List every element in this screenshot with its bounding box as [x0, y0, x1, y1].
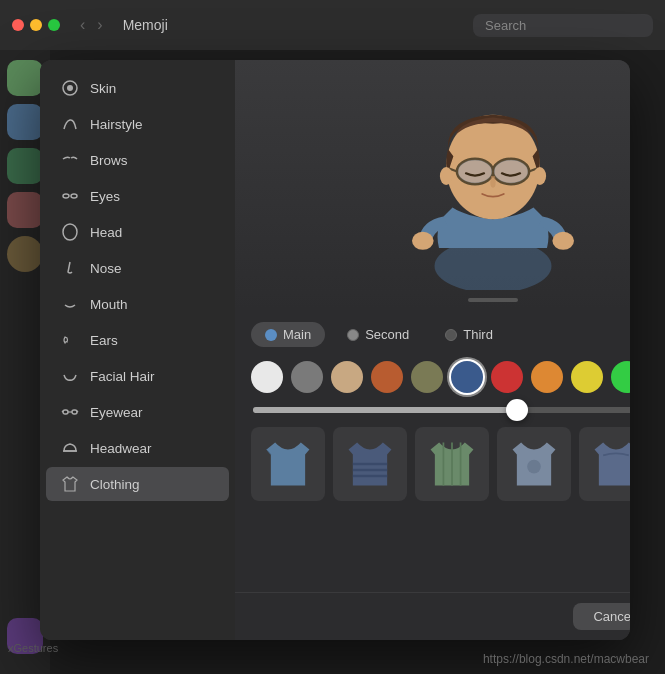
selector-area: Main Second Third	[235, 310, 630, 592]
svg-rect-6	[72, 410, 77, 414]
clothing-icon	[60, 474, 80, 494]
sidebar-item-mouth[interactable]: Mouth	[46, 287, 229, 321]
clothing-option-2[interactable]	[333, 427, 407, 501]
tab-third[interactable]: Third	[431, 322, 507, 347]
cancel-button[interactable]: Cancel	[573, 603, 630, 630]
sidebar-item-eyewear[interactable]: Eyewear	[46, 395, 229, 429]
svg-point-9	[552, 232, 574, 250]
ears-icon	[60, 330, 80, 350]
clothing-option-1[interactable]	[251, 427, 325, 501]
clothing-thumbnails	[251, 427, 630, 501]
sidebar-label-ears: Ears	[90, 333, 118, 348]
third-tab-dot	[445, 329, 457, 341]
bg-app-icon-3	[7, 148, 43, 184]
slider-fill	[253, 407, 517, 413]
slider-container[interactable]	[251, 407, 630, 413]
search-bar[interactable]: Search	[473, 14, 653, 37]
swatch-olive[interactable]	[411, 361, 443, 393]
sidebar-label-clothing: Clothing	[90, 477, 140, 492]
sidebar-item-hairstyle[interactable]: Hairstyle	[46, 107, 229, 141]
svg-point-3	[71, 194, 77, 198]
main-tab-dot	[265, 329, 277, 341]
svg-point-8	[412, 232, 434, 250]
bg-app-icon-5	[7, 236, 43, 272]
bg-app-icon-4	[7, 192, 43, 228]
tab-second[interactable]: Second	[333, 322, 423, 347]
head-icon	[60, 222, 80, 242]
sidebar-item-nose[interactable]: Nose	[46, 251, 229, 285]
swatch-white[interactable]	[251, 361, 283, 393]
modal-footer: Cancel Done	[235, 592, 630, 640]
color-swatches	[251, 361, 630, 393]
svg-point-14	[458, 160, 492, 183]
sidebar-label-facial-hair: Facial Hair	[90, 369, 155, 384]
swatch-green[interactable]	[611, 361, 630, 393]
svg-point-21	[527, 460, 541, 474]
clothing-option-4[interactable]	[497, 427, 571, 501]
bg-app-label: xGestures	[8, 642, 58, 654]
sidebar-label-eyes: Eyes	[90, 189, 120, 204]
tab-second-label: Second	[365, 327, 409, 342]
svg-point-2	[63, 194, 69, 198]
sidebar-item-facial-hair[interactable]: Facial Hair	[46, 359, 229, 393]
sidebar-label-eyewear: Eyewear	[90, 405, 143, 420]
swatch-yellow[interactable]	[571, 361, 603, 393]
sidebar-label-brows: Brows	[90, 153, 128, 168]
sidebar-item-head[interactable]: Head	[46, 215, 229, 249]
avatar-svg	[403, 80, 583, 290]
svg-point-17	[534, 167, 547, 185]
tab-main[interactable]: Main	[251, 322, 325, 347]
eyes-icon	[60, 186, 80, 206]
sidebar-item-clothing[interactable]: Clothing	[46, 467, 229, 501]
sidebar-item-skin[interactable]: Skin	[46, 71, 229, 105]
traffic-lights	[12, 19, 60, 31]
clothing-option-3[interactable]	[415, 427, 489, 501]
title-bar: ‹ › Memoji Search	[0, 0, 665, 50]
back-arrow[interactable]: ‹	[76, 14, 89, 36]
slider-track	[253, 407, 630, 413]
close-button[interactable]	[12, 19, 24, 31]
eyewear-icon	[60, 402, 80, 422]
sidebar-item-headwear[interactable]: Headwear	[46, 431, 229, 465]
hairstyle-icon	[60, 114, 80, 134]
sidebar-item-eyes[interactable]: Eyes	[46, 179, 229, 213]
forward-arrow[interactable]: ›	[93, 14, 106, 36]
svg-point-1	[67, 85, 73, 91]
brows-icon	[60, 150, 80, 170]
svg-point-16	[440, 167, 453, 185]
swatch-orange[interactable]	[531, 361, 563, 393]
tab-third-label: Third	[463, 327, 493, 342]
fullscreen-button[interactable]	[48, 19, 60, 31]
bg-app-icon-2	[7, 104, 43, 140]
sidebar-label-nose: Nose	[90, 261, 122, 276]
url-bar: https://blog.csdn.net/macwbear	[483, 652, 649, 666]
sidebar-label-skin: Skin	[90, 81, 116, 96]
clothing-option-5[interactable]	[579, 427, 630, 501]
modal-dialog: Skin Hairstyle Brows Eyes Head	[40, 60, 630, 640]
mouth-icon	[60, 294, 80, 314]
avatar-preview-area	[235, 60, 630, 310]
swatch-red[interactable]	[491, 361, 523, 393]
headwear-icon	[60, 438, 80, 458]
svg-point-4	[63, 224, 77, 240]
slider-thumb[interactable]	[506, 399, 528, 421]
swatch-blue[interactable]	[451, 361, 483, 393]
color-tabs: Main Second Third	[251, 322, 630, 347]
svg-rect-5	[63, 410, 68, 414]
swatch-gray[interactable]	[291, 361, 323, 393]
sidebar-item-brows[interactable]: Brows	[46, 143, 229, 177]
sidebar-item-ears[interactable]: Ears	[46, 323, 229, 357]
nav-arrows: ‹ ›	[76, 14, 107, 36]
nose-icon	[60, 258, 80, 278]
svg-point-15	[494, 160, 528, 183]
swatch-tan[interactable]	[331, 361, 363, 393]
minimize-button[interactable]	[30, 19, 42, 31]
sidebar-label-hairstyle: Hairstyle	[90, 117, 143, 132]
modal-sidebar: Skin Hairstyle Brows Eyes Head	[40, 60, 235, 640]
modal-content: Main Second Third	[235, 60, 630, 640]
bg-app-icon-1	[7, 60, 43, 96]
swatch-brown[interactable]	[371, 361, 403, 393]
sidebar-label-head: Head	[90, 225, 122, 240]
tab-main-label: Main	[283, 327, 311, 342]
sidebar-label-mouth: Mouth	[90, 297, 128, 312]
